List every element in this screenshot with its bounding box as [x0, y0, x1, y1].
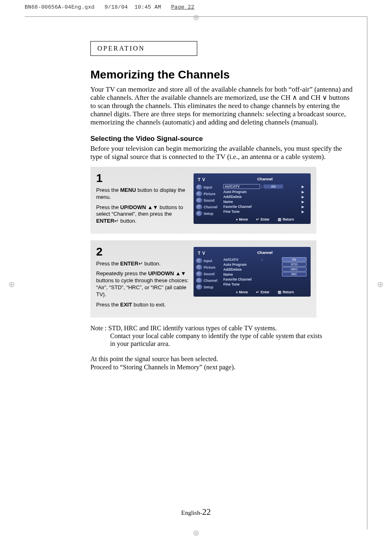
- osd-menu-aircatv: Air/CATV:: [223, 257, 278, 262]
- osd-option-list: Air STD HRC IRC: [282, 257, 307, 287]
- osd-screenshot-1: T V Input Picture Sound Channel Setup Ch…: [194, 173, 311, 224]
- osd-sidebar: T V Input Picture Sound Channel Setup: [196, 176, 221, 222]
- osd-menu-finetune: Fine Tune▶: [223, 209, 307, 214]
- step-1-para-1: Press the MENU button to display the men…: [96, 187, 189, 201]
- return-icon: ▥: [278, 217, 281, 221]
- channel-icon: [196, 204, 202, 210]
- osd-sidebar: T V Input Picture Sound Channel Setup: [196, 249, 221, 295]
- print-filename: BN68-00656A-04Eng.qxd: [25, 4, 95, 10]
- osd-menu-adddelete: Add/Delete: [223, 267, 278, 272]
- osd-main: Channel Air/CATV: Auto Program Add/Delet…: [221, 249, 308, 295]
- section-label: OPERATION: [97, 45, 145, 52]
- registration-mark-left: ⊕: [8, 279, 15, 289]
- print-time: 10:45 AM: [134, 4, 161, 10]
- closing-line-1: At this point the signal source has been…: [90, 355, 218, 362]
- step-2-para-2: Repeatedly press the UP/DOWN ▲▼ buttons …: [96, 270, 189, 298]
- enter-icon: ↵: [256, 217, 259, 221]
- page-footer: English-22: [0, 507, 392, 517]
- step-2-para-1: Press the ENTER↵ button.: [96, 260, 189, 267]
- crop-line-right: [367, 16, 367, 530]
- osd-side-input: Input: [196, 184, 221, 190]
- note-prefix: Note :: [90, 325, 108, 332]
- note-paragraph: Note : STD, HRC and IRC identify various…: [90, 324, 325, 348]
- step-panel-2: 2 Press the ENTER↵ button. Repeatedly pr…: [90, 240, 316, 318]
- osd-footer-move: ♦Move: [236, 290, 248, 294]
- osd-side-setup: Setup: [196, 284, 221, 290]
- chevron-right-icon: ▶: [302, 200, 304, 204]
- closing-paragraph: At this point the signal source has been…: [90, 355, 353, 371]
- osd-side-input: Input: [196, 258, 221, 263]
- note-line-2: Contact your local cable company to iden…: [90, 332, 325, 348]
- osd-side-sound: Sound: [196, 198, 221, 203]
- step-1-number: 1: [96, 171, 189, 186]
- osd-tv-label: T V: [196, 251, 221, 256]
- page-footer-lang: English-: [181, 509, 202, 516]
- step-2-para-3: Press the EXIT button to exit.: [96, 302, 189, 309]
- osd-side-picture: Picture: [196, 191, 221, 196]
- osd-option-air: Air: [282, 257, 307, 262]
- osd-heading: Channel: [223, 250, 307, 255]
- osd-tv-label: T V: [196, 177, 221, 182]
- setup-icon: [196, 211, 202, 216]
- section-label-box: OPERATION: [90, 41, 197, 56]
- osd-footer-enter: ↵Enter: [256, 217, 270, 221]
- input-icon: [196, 258, 202, 263]
- step-1-text: 1 Press the MENU button to display the m…: [96, 171, 189, 228]
- osd-menu-aircatv: Air/CATV : Air▶: [223, 184, 307, 189]
- osd-menu-adddelete: Add/Delete▶: [223, 194, 307, 199]
- chevron-right-icon: ▶: [302, 185, 304, 189]
- osd-option-hrc: HRC: [282, 267, 307, 272]
- registration-mark-bottom: ⊕: [193, 528, 200, 538]
- chevron-right-icon: ▶: [302, 190, 304, 194]
- page-title: Memorizing the Channels: [90, 68, 353, 81]
- registration-mark-right: ⊕: [377, 279, 384, 289]
- osd-side-sound: Sound: [196, 271, 221, 276]
- osd-heading: Channel: [223, 177, 307, 181]
- osd-option-std: STD: [282, 262, 307, 267]
- crop-line-top: [25, 16, 367, 17]
- subintro-paragraph: Before your television can begin memoriz…: [90, 145, 353, 161]
- osd-menu-favorite: Favorite Channel: [223, 277, 278, 282]
- step-1-para-2: Press the UP/DOWN ▲▼ buttons to select “…: [96, 204, 189, 225]
- intro-paragraph: Your TV can memorize and store all of th…: [90, 85, 353, 127]
- subheading: Selecting the Video Signal-source: [90, 135, 353, 143]
- osd-side-channel: Channel: [196, 204, 221, 210]
- osd-menu-finetune: Fine Tune: [223, 282, 278, 287]
- osd-footer: ♦Move ↵Enter ▥Return: [223, 290, 307, 294]
- picture-icon: [196, 265, 202, 270]
- chevron-right-icon: ▶: [302, 195, 304, 199]
- osd-footer-enter: ↵Enter: [256, 290, 270, 294]
- osd-option-irc: IRC: [282, 272, 307, 276]
- osd-menu-name: Name▶: [223, 199, 307, 204]
- return-icon: ▥: [278, 290, 281, 294]
- updown-icon: ♦: [236, 290, 238, 294]
- step-2-number: 2: [96, 244, 189, 259]
- osd-screenshot-2: T V Input Picture Sound Channel Setup Ch…: [194, 247, 311, 297]
- chevron-right-icon: ▶: [302, 210, 304, 214]
- sound-icon: [196, 271, 202, 276]
- picture-icon: [196, 191, 202, 196]
- print-file-header: BN68-00656A-04Eng.qxd 9/18/04 10:45 AM P…: [25, 4, 194, 10]
- updown-icon: ♦: [236, 217, 238, 221]
- page-content: OPERATION Memorizing the Channels Your T…: [41, 41, 353, 371]
- registration-mark-top: ⊕: [193, 12, 200, 22]
- enter-icon: ↵: [256, 290, 259, 294]
- osd-side-picture: Picture: [196, 265, 221, 270]
- osd-menu-autoprogram: Auto Program: [223, 262, 278, 267]
- print-date: 9/18/04: [104, 4, 128, 10]
- osd-footer-move: ♦Move: [236, 217, 248, 221]
- osd-footer: ♦Move ↵Enter ▥Return: [223, 217, 307, 221]
- sound-icon: [196, 198, 202, 203]
- page-footer-number: 22: [202, 507, 211, 517]
- print-page-label: Page 22: [171, 4, 195, 10]
- osd-side-setup: Setup: [196, 211, 221, 216]
- osd-menu-favorite: Favorite Channel▶: [223, 204, 307, 209]
- osd-footer-return: ▥Return: [278, 217, 294, 221]
- osd-menu-autoprogram: Auto Program▶: [223, 189, 307, 194]
- osd-side-channel: Channel: [196, 278, 221, 283]
- step-2-text: 2 Press the ENTER↵ button. Repeatedly pr…: [96, 244, 189, 312]
- osd-main: Channel Air/CATV : Air▶ Auto Program▶ Ad…: [221, 176, 308, 222]
- channel-icon: [196, 278, 202, 283]
- input-icon: [196, 184, 202, 190]
- setup-icon: [196, 284, 202, 290]
